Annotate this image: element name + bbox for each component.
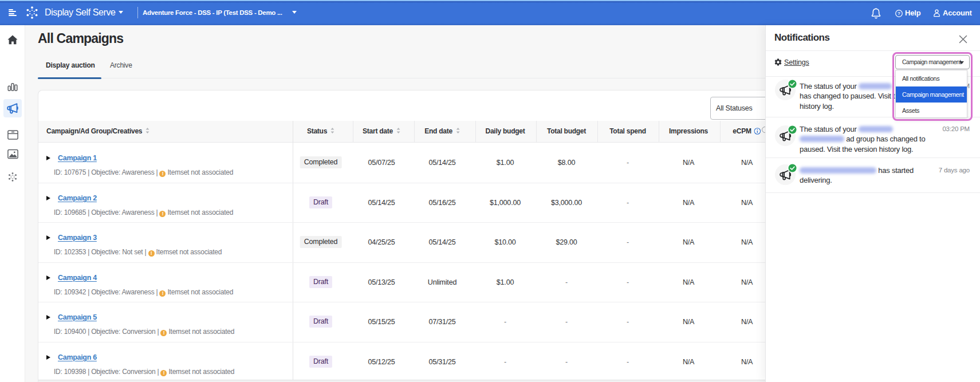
svg-text:?: ? [898, 11, 900, 16]
